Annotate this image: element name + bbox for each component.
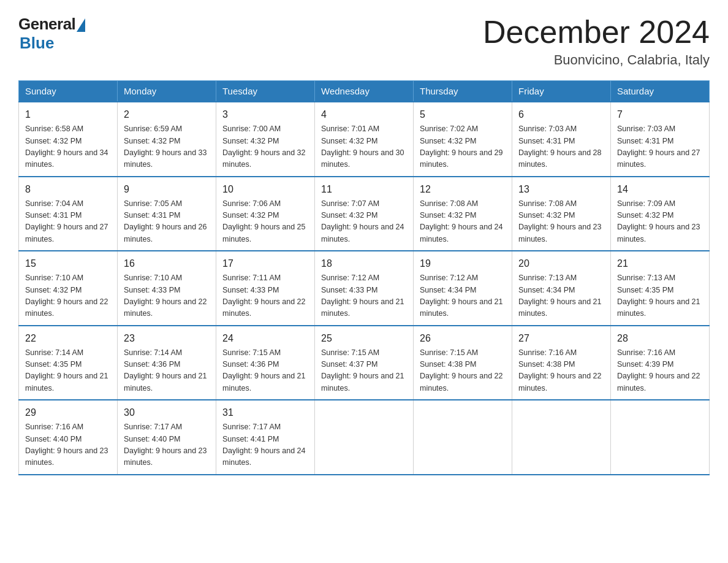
day-number: 16 [124, 256, 210, 271]
day-number: 29 [25, 405, 111, 420]
calendar-cell [611, 400, 710, 475]
day-info: Sunrise: 7:04 AMSunset: 4:31 PMDaylight:… [25, 198, 111, 246]
day-number: 7 [617, 107, 703, 122]
calendar-cell: 13 Sunrise: 7:08 AMSunset: 4:32 PMDaylig… [512, 177, 611, 251]
calendar-header-row: SundayMondayTuesdayWednesdayThursdayFrid… [19, 81, 710, 102]
day-number: 10 [222, 182, 308, 197]
day-number: 28 [617, 331, 703, 346]
day-info: Sunrise: 6:59 AMSunset: 4:32 PMDaylight:… [124, 123, 210, 171]
calendar-title: December 2024 [483, 15, 710, 50]
day-info: Sunrise: 7:16 AMSunset: 4:38 PMDaylight:… [518, 347, 604, 395]
calendar-week-5: 29 Sunrise: 7:16 AMSunset: 4:40 PMDaylig… [19, 400, 710, 475]
day-info: Sunrise: 7:07 AMSunset: 4:32 PMDaylight:… [321, 198, 407, 246]
day-number: 24 [222, 331, 308, 346]
calendar-cell: 9 Sunrise: 7:05 AMSunset: 4:31 PMDayligh… [118, 177, 216, 251]
day-info: Sunrise: 6:58 AMSunset: 4:32 PMDaylight:… [25, 123, 111, 171]
day-info: Sunrise: 7:16 AMSunset: 4:39 PMDaylight:… [617, 347, 703, 395]
day-info: Sunrise: 7:02 AMSunset: 4:32 PMDaylight:… [420, 123, 506, 171]
day-header-monday: Monday [118, 81, 216, 102]
day-number: 22 [25, 331, 111, 346]
day-info: Sunrise: 7:13 AMSunset: 4:34 PMDaylight:… [518, 272, 604, 320]
day-number: 4 [321, 107, 407, 122]
day-number: 25 [321, 331, 407, 346]
calendar-week-4: 22 Sunrise: 7:14 AMSunset: 4:35 PMDaylig… [19, 326, 710, 400]
day-number: 27 [518, 331, 604, 346]
day-number: 18 [321, 256, 407, 271]
day-info: Sunrise: 7:03 AMSunset: 4:31 PMDaylight:… [617, 123, 703, 171]
day-info: Sunrise: 7:16 AMSunset: 4:40 PMDaylight:… [25, 421, 111, 469]
day-info: Sunrise: 7:06 AMSunset: 4:32 PMDaylight:… [222, 198, 308, 246]
calendar-cell: 27 Sunrise: 7:16 AMSunset: 4:38 PMDaylig… [512, 326, 611, 400]
day-number: 19 [420, 256, 506, 271]
logo-blue-text: Blue [20, 34, 54, 53]
calendar-week-3: 15 Sunrise: 7:10 AMSunset: 4:32 PMDaylig… [19, 251, 710, 326]
day-info: Sunrise: 7:08 AMSunset: 4:32 PMDaylight:… [518, 198, 604, 246]
calendar-cell: 18 Sunrise: 7:12 AMSunset: 4:33 PMDaylig… [315, 251, 414, 326]
day-number: 11 [321, 182, 407, 197]
logo: General Blue [18, 15, 85, 53]
day-info: Sunrise: 7:14 AMSunset: 4:35 PMDaylight:… [25, 347, 111, 395]
calendar-cell: 22 Sunrise: 7:14 AMSunset: 4:35 PMDaylig… [19, 326, 118, 400]
day-number: 30 [124, 405, 210, 420]
calendar-week-2: 8 Sunrise: 7:04 AMSunset: 4:31 PMDayligh… [19, 177, 710, 251]
day-number: 8 [25, 182, 111, 197]
calendar-cell: 2 Sunrise: 6:59 AMSunset: 4:32 PMDayligh… [118, 102, 216, 177]
calendar-cell: 3 Sunrise: 7:00 AMSunset: 4:32 PMDayligh… [216, 102, 315, 177]
day-number: 17 [222, 256, 308, 271]
calendar-cell: 12 Sunrise: 7:08 AMSunset: 4:32 PMDaylig… [414, 177, 512, 251]
day-info: Sunrise: 7:12 AMSunset: 4:34 PMDaylight:… [420, 272, 506, 320]
calendar-cell: 15 Sunrise: 7:10 AMSunset: 4:32 PMDaylig… [19, 251, 118, 326]
day-info: Sunrise: 7:14 AMSunset: 4:36 PMDaylight:… [124, 347, 210, 395]
day-number: 1 [25, 107, 111, 122]
calendar-table: SundayMondayTuesdayWednesdayThursdayFrid… [18, 80, 710, 475]
day-info: Sunrise: 7:15 AMSunset: 4:38 PMDaylight:… [420, 347, 506, 395]
calendar-cell: 14 Sunrise: 7:09 AMSunset: 4:32 PMDaylig… [611, 177, 710, 251]
day-number: 2 [124, 107, 210, 122]
calendar-cell: 19 Sunrise: 7:12 AMSunset: 4:34 PMDaylig… [414, 251, 512, 326]
day-number: 9 [124, 182, 210, 197]
logo-triangle-icon [77, 18, 85, 32]
calendar-cell: 16 Sunrise: 7:10 AMSunset: 4:33 PMDaylig… [118, 251, 216, 326]
day-info: Sunrise: 7:10 AMSunset: 4:32 PMDaylight:… [25, 272, 111, 320]
calendar-subtitle: Buonvicino, Calabria, Italy [483, 52, 710, 68]
calendar-cell: 23 Sunrise: 7:14 AMSunset: 4:36 PMDaylig… [118, 326, 216, 400]
day-header-sunday: Sunday [19, 81, 118, 102]
day-info: Sunrise: 7:05 AMSunset: 4:31 PMDaylight:… [124, 198, 210, 246]
day-header-saturday: Saturday [611, 81, 710, 102]
day-info: Sunrise: 7:15 AMSunset: 4:36 PMDaylight:… [222, 347, 308, 395]
day-number: 26 [420, 331, 506, 346]
calendar-cell: 17 Sunrise: 7:11 AMSunset: 4:33 PMDaylig… [216, 251, 315, 326]
day-number: 3 [222, 107, 308, 122]
day-info: Sunrise: 7:01 AMSunset: 4:32 PMDaylight:… [321, 123, 407, 171]
day-header-tuesday: Tuesday [216, 81, 315, 102]
day-number: 13 [518, 182, 604, 197]
day-info: Sunrise: 7:13 AMSunset: 4:35 PMDaylight:… [617, 272, 703, 320]
day-info: Sunrise: 7:17 AMSunset: 4:40 PMDaylight:… [124, 421, 210, 469]
day-number: 31 [222, 405, 308, 420]
calendar-cell [414, 400, 512, 475]
title-block: December 2024 Buonvicino, Calabria, Ital… [483, 15, 710, 68]
day-header-friday: Friday [512, 81, 611, 102]
calendar-cell: 6 Sunrise: 7:03 AMSunset: 4:31 PMDayligh… [512, 102, 611, 177]
calendar-cell: 4 Sunrise: 7:01 AMSunset: 4:32 PMDayligh… [315, 102, 414, 177]
calendar-cell: 1 Sunrise: 6:58 AMSunset: 4:32 PMDayligh… [19, 102, 118, 177]
day-info: Sunrise: 7:08 AMSunset: 4:32 PMDaylight:… [420, 198, 506, 246]
calendar-cell: 28 Sunrise: 7:16 AMSunset: 4:39 PMDaylig… [611, 326, 710, 400]
calendar-cell [315, 400, 414, 475]
day-info: Sunrise: 7:12 AMSunset: 4:33 PMDaylight:… [321, 272, 407, 320]
day-header-thursday: Thursday [414, 81, 512, 102]
day-info: Sunrise: 7:17 AMSunset: 4:41 PMDaylight:… [222, 421, 308, 469]
day-info: Sunrise: 7:10 AMSunset: 4:33 PMDaylight:… [124, 272, 210, 320]
calendar-cell: 21 Sunrise: 7:13 AMSunset: 4:35 PMDaylig… [611, 251, 710, 326]
day-info: Sunrise: 7:03 AMSunset: 4:31 PMDaylight:… [518, 123, 604, 171]
calendar-cell: 5 Sunrise: 7:02 AMSunset: 4:32 PMDayligh… [414, 102, 512, 177]
day-number: 6 [518, 107, 604, 122]
day-number: 21 [617, 256, 703, 271]
day-info: Sunrise: 7:09 AMSunset: 4:32 PMDaylight:… [617, 198, 703, 246]
day-number: 23 [124, 331, 210, 346]
page-header: General Blue December 2024 Buonvicino, C… [18, 15, 710, 68]
day-number: 5 [420, 107, 506, 122]
calendar-cell [512, 400, 611, 475]
day-number: 14 [617, 182, 703, 197]
calendar-cell: 10 Sunrise: 7:06 AMSunset: 4:32 PMDaylig… [216, 177, 315, 251]
